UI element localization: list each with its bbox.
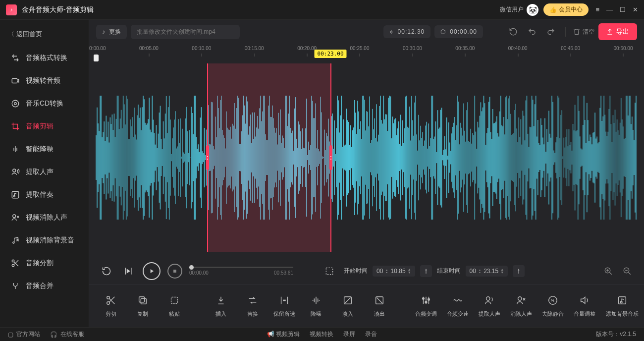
change-file-button[interactable]: ♪ 更换 [96,25,127,39]
undo-button[interactable] [525,24,539,39]
extract-vocal-icon [483,294,495,306]
svg-point-9 [12,264,14,267]
selection-handle-right[interactable] [329,145,332,170]
footer-tab[interactable]: 录音 [365,330,377,339]
playhead-track[interactable] [96,57,637,58]
pin-start-button[interactable] [420,265,432,277]
sidebar-item-video-remove-bgm[interactable]: 视频消除背景音 [0,229,89,252]
tool-volume[interactable]: 音量调整 [571,294,598,318]
zoom-out-button[interactable] [620,264,634,278]
selection-region[interactable]: 00:23.00 [207,63,331,252]
back-home-button[interactable]: 〈 返回首页 [0,27,89,42]
svg-point-2 [14,103,17,105]
svg-point-5 [13,196,15,197]
tool-paste[interactable]: 粘贴 [161,294,188,318]
sidebar-item-label: 视频转音频 [26,76,60,85]
ruler-tick: 00:40.00 [508,46,528,51]
footer-tab[interactable]: 录屏 [343,330,355,339]
progress-bar[interactable]: 00:00.0000:53.61 [189,267,293,276]
tool-insert[interactable]: 插入 [207,294,235,318]
svg-point-7 [13,242,14,243]
svg-point-561 [423,298,425,300]
menu-button[interactable]: ≡ [595,6,599,13]
sidebar-item-label: 视频消除人声 [26,213,67,222]
export-button[interactable]: 导出 [598,23,637,40]
sidebar-item-audio-split[interactable]: 音频分割 [0,252,89,275]
timeline[interactable]: 00:00.0000:05.0000:10.0000:15.0000:20.00… [89,44,644,257]
svg-rect-558 [171,297,178,304]
tool-label: 淡入 [342,310,353,318]
select-all-button[interactable] [322,264,337,279]
tool-label: 音量调整 [574,310,595,318]
official-site-link[interactable]: ▢官方网站 [8,330,40,339]
remove-silence-icon [547,294,559,306]
stop-button[interactable] [167,264,182,279]
tool-fade-out[interactable]: 淡出 [366,294,393,318]
maximize-button[interactable]: ☐ [620,6,626,13]
tool-add-bgm[interactable]: 添加背景音乐 [608,294,636,318]
time-ruler[interactable]: 00:00.0000:05.0000:10.0000:15.0000:20.00… [89,44,644,58]
end-time-input[interactable]: 00:23.15▲▼ [466,266,508,277]
svg-point-3 [13,169,16,172]
headset-icon: 🎧 [50,331,57,338]
volume-icon [579,294,590,306]
waveform-area[interactable]: 00:23.00 [96,63,637,252]
vip-label: 会员中心 [559,5,583,14]
clear-button[interactable]: 清空 [573,24,594,39]
svg-point-568 [620,301,622,303]
footer-tab[interactable]: 📢 视频剪辑 [267,330,300,339]
pin-end-button[interactable] [513,265,525,277]
vip-center-button[interactable]: 👍 会员中心 [543,3,589,16]
current-time: 00:00.00 [189,270,209,276]
selection-handle-left[interactable] [206,145,209,170]
ruler-tick: 00:20.00 [297,46,317,51]
stepper-arrows-icon[interactable]: ▲▼ [500,268,504,274]
support-link[interactable]: 🎧在线客服 [50,330,84,339]
insert-icon [215,294,227,306]
sidebar-item-extract-accompaniment[interactable]: 提取伴奏 [0,183,89,206]
close-button[interactable]: ✕ [633,6,638,13]
merge-icon [11,282,20,290]
tool-label: 音频变调 [415,310,437,318]
footer-tab[interactable]: 视频转换 [310,330,333,339]
tool-pitch[interactable]: 音频变调 [412,294,440,318]
tool-replace[interactable]: 替换 [239,294,267,318]
sidebar-item-label: 音乐CD转换 [26,99,63,108]
sidebar-item-extract-vocal[interactable]: 提取人声 [0,161,89,183]
tool-keep-selection[interactable]: 保留所选 [270,294,298,318]
tool-label: 淡出 [374,310,385,318]
stepper-arrows-icon[interactable]: ▲▼ [408,268,411,274]
minimize-button[interactable]: — [606,6,613,13]
tool-extract-vocal[interactable]: 提取人声 [476,294,503,318]
tool-remove-vocal[interactable]: 消除人声 [507,294,535,318]
tool-fade-in[interactable]: 淡入 [334,294,362,318]
sidebar-item-label: 视频消除背景音 [26,236,74,245]
copy-icon [137,294,149,306]
play-button[interactable] [143,262,161,280]
sidebar-item-denoise[interactable]: 智能降噪 [0,138,89,161]
fade-in-icon [342,294,354,306]
tool-denoise[interactable]: 降噪 [302,294,330,318]
play-selection-button[interactable] [121,264,136,279]
redo-button[interactable] [543,24,558,39]
zoom-in-button[interactable] [601,264,615,278]
sidebar-item-audio-merge[interactable]: 音频合并 [0,275,89,297]
app-logo-icon: ♪ [6,4,17,15]
tool-cut[interactable]: 剪切 [97,294,125,318]
progress-knob[interactable] [189,265,194,270]
sidebar-item-video-to-audio[interactable]: 视频转音频 [0,69,89,92]
svg-point-6 [13,215,16,218]
playhead-knob[interactable] [94,55,99,61]
refresh-button[interactable] [506,24,521,39]
start-time-input[interactable]: 00:10.85▲▼ [373,266,415,277]
user-avatar[interactable]: 🐼 [527,4,538,16]
tool-copy[interactable]: 复制 [129,294,157,318]
sidebar-item-format-convert[interactable]: 音频格式转换 [0,47,89,69]
sidebar-item-audio-edit[interactable]: 音频剪辑 [0,115,89,138]
tool-remove-silence[interactable]: 去除静音 [539,294,567,318]
sidebar-item-cd-convert[interactable]: 音乐CD转换 [0,92,89,115]
sidebar-item-video-remove-vocal[interactable]: 视频消除人声 [0,206,89,229]
loop-button[interactable] [99,264,114,279]
tool-speed[interactable]: 音频变速 [444,294,472,318]
svg-rect-551 [326,268,332,274]
